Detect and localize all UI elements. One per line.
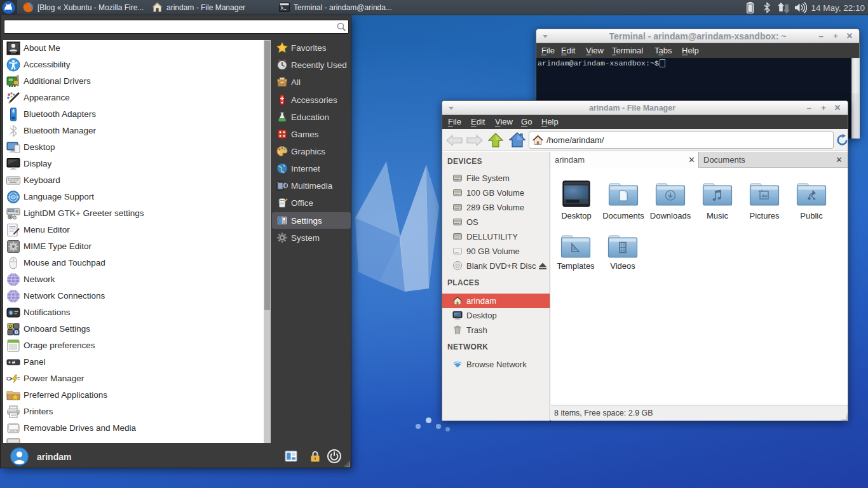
svg-text:O: O <box>8 323 12 328</box>
svg-text:B: B <box>15 330 18 334</box>
svg-text:i: i <box>10 309 11 315</box>
